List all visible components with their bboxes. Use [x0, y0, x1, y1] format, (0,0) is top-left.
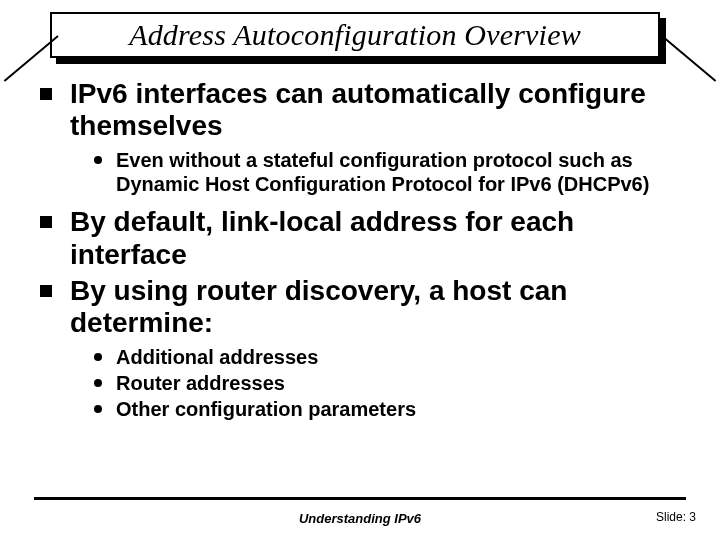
footer-center-text: Understanding IPv6 [0, 511, 720, 526]
sub-bullet-text: Other configuration parameters [116, 397, 416, 421]
sub-bullet: Even without a stateful configuration pr… [94, 148, 690, 196]
bullet-1-sublist: Even without a stateful configuration pr… [94, 148, 690, 196]
title-box: Address Autoconfiguration Overview [50, 12, 660, 58]
sub-bullet: Other configuration parameters [94, 397, 690, 421]
dot-bullet-icon [94, 156, 102, 164]
bullet-3-sublist: Additional addresses Router addresses Ot… [94, 345, 690, 421]
footer-divider [34, 497, 686, 500]
title-diagonal-left [4, 35, 59, 82]
slide-title: Address Autoconfiguration Overview [129, 18, 581, 52]
sub-bullet-text: Router addresses [116, 371, 285, 395]
sub-bullet-text: Additional addresses [116, 345, 318, 369]
dot-bullet-icon [94, 379, 102, 387]
slide-content: IPv6 interfaces can automatically config… [40, 78, 690, 431]
sub-bullet-text: Even without a stateful configuration pr… [116, 148, 690, 196]
bullet-3: By using router discovery, a host can de… [40, 275, 690, 339]
bullet-2-text: By default, link-local address for each … [70, 206, 690, 270]
bullet-2: By default, link-local address for each … [40, 206, 690, 270]
bullet-1-text: IPv6 interfaces can automatically config… [70, 78, 690, 142]
square-bullet-icon [40, 88, 52, 100]
square-bullet-icon [40, 285, 52, 297]
dot-bullet-icon [94, 405, 102, 413]
footer-slide-number: Slide: 3 [656, 510, 696, 524]
bullet-1: IPv6 interfaces can automatically config… [40, 78, 690, 142]
sub-bullet: Additional addresses [94, 345, 690, 369]
title-banner: Address Autoconfiguration Overview [50, 12, 670, 66]
title-diagonal-right [661, 35, 716, 82]
dot-bullet-icon [94, 353, 102, 361]
bullet-3-text: By using router discovery, a host can de… [70, 275, 690, 339]
sub-bullet: Router addresses [94, 371, 690, 395]
square-bullet-icon [40, 216, 52, 228]
